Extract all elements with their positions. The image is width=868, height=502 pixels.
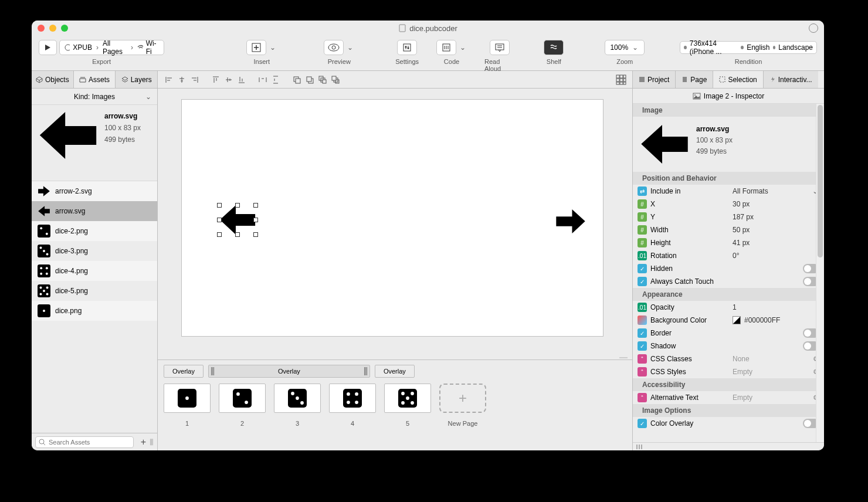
overlay-chip-3[interactable]: Overlay — [375, 365, 415, 378]
svg-point-62 — [347, 401, 350, 404]
resize-grip[interactable] — [619, 357, 628, 358]
prop-shadow[interactable]: ✓Shadow — [633, 340, 824, 352]
scrollbar[interactable] — [816, 104, 824, 442]
grid-toggle[interactable] — [616, 74, 626, 85]
asset-item[interactable]: arrow-2.svg — [32, 181, 157, 201]
read-aloud-button[interactable] — [490, 40, 510, 55]
insert-button[interactable] — [246, 40, 266, 55]
prop-y[interactable]: #Y187 px — [633, 211, 824, 223]
preview-dropdown[interactable]: ⌄ — [347, 43, 353, 52]
svg-rect-5 — [404, 44, 411, 51]
code-button[interactable] — [436, 40, 456, 55]
svg-point-66 — [411, 392, 414, 395]
insp-img-dims: 100 x 83 px — [696, 136, 733, 144]
svg-point-53 — [236, 392, 240, 396]
page-thumb[interactable] — [164, 384, 211, 413]
window-title: dice.pubcoder — [409, 24, 457, 33]
tab-layers[interactable]: Layers — [116, 71, 157, 88]
resize-handle-icon[interactable]: ⦀ — [150, 437, 154, 447]
tab-interactivity[interactable]: Interactiv... — [764, 71, 818, 88]
page-thumb[interactable] — [329, 384, 376, 413]
settings-button[interactable] — [397, 40, 417, 55]
svg-point-14 — [40, 247, 42, 249]
page-canvas[interactable] — [181, 99, 603, 337]
bolt-icon — [769, 76, 776, 83]
image-icon — [693, 93, 701, 100]
page-thumb[interactable] — [384, 384, 431, 413]
prop-include-in[interactable]: ⇄Include inAll Formats⌄ — [633, 185, 824, 198]
arrow-right-icon[interactable] — [556, 209, 585, 233]
svg-rect-45 — [620, 79, 623, 82]
send-back[interactable] — [330, 74, 341, 85]
svg-rect-32 — [296, 79, 300, 83]
export-pill[interactable]: XPUB › All Pages › Wi-Fi — [59, 40, 165, 55]
selected-object[interactable] — [219, 205, 256, 235]
rendition-pill[interactable]: 736x414 (iPhone ... English Landscape — [680, 41, 817, 54]
play-button[interactable] — [39, 40, 57, 55]
align-center-h[interactable] — [177, 74, 187, 85]
tab-project[interactable]: Project — [633, 71, 676, 88]
distribute-v[interactable] — [270, 74, 281, 85]
svg-point-20 — [40, 273, 42, 275]
prop-rotation[interactable]: .01Rotation0° — [633, 249, 824, 262]
prop-width[interactable]: #Width50 px — [633, 223, 824, 236]
shelf-button[interactable] — [544, 40, 564, 55]
asset-item[interactable]: arrow.svg — [32, 201, 157, 221]
prop-border[interactable]: ✓Border — [633, 327, 824, 340]
svg-point-29 — [43, 310, 45, 312]
asset-item[interactable]: dice-5.png — [32, 281, 157, 301]
svg-rect-44 — [616, 79, 619, 82]
prop-alt-text[interactable]: “Alternative TextEmpty⚙ — [633, 391, 824, 404]
asset-name: arrow.svg — [55, 207, 85, 215]
insert-dropdown[interactable]: ⌄ — [270, 43, 276, 52]
prop-css-styles[interactable]: “CSS StylesEmpty⚙ — [633, 365, 824, 378]
svg-rect-0 — [399, 25, 405, 32]
prop-height[interactable]: #Height41 px — [633, 236, 824, 249]
prop-hidden[interactable]: ✓Hidden — [633, 262, 824, 275]
asset-item[interactable]: dice-3.png — [32, 241, 157, 261]
kind-selector[interactable]: Kind: Images — [32, 89, 157, 105]
tab-assets[interactable]: Assets — [74, 71, 116, 88]
page-thumb[interactable] — [274, 384, 321, 413]
asset-name: dice-2.png — [55, 227, 88, 235]
asset-item[interactable]: dice.png — [32, 301, 157, 321]
feedback-icon[interactable] — [809, 23, 818, 33]
send-backward[interactable] — [304, 74, 315, 85]
tab-selection[interactable]: Selection — [713, 71, 763, 88]
svg-point-25 — [43, 290, 45, 292]
prop-bg-color[interactable]: Background Color#000000FF — [633, 314, 824, 327]
page-thumb[interactable] — [219, 384, 266, 413]
bring-forward[interactable] — [291, 74, 302, 85]
tab-objects[interactable]: Objects — [32, 71, 74, 88]
svg-point-51 — [185, 396, 189, 400]
prop-x[interactable]: #X30 px — [633, 198, 824, 211]
prop-css-classes[interactable]: “CSS ClassesNone⚙ — [633, 352, 824, 365]
panel-resize-handle[interactable] — [633, 442, 824, 450]
search-input[interactable] — [35, 436, 134, 448]
overlay-chip-2[interactable]: Overlay — [208, 365, 370, 378]
preview-button[interactable] — [324, 40, 344, 55]
prop-catch-touch[interactable]: ✓Always Catch Touch — [633, 275, 824, 288]
svg-point-4 — [332, 46, 335, 49]
canvas-area[interactable] — [158, 89, 632, 359]
align-bottom[interactable] — [236, 74, 247, 85]
overlay-chip-1[interactable]: Overlay — [164, 365, 204, 378]
asset-item[interactable]: dice-2.png — [32, 221, 157, 241]
distribute-h[interactable] — [257, 74, 268, 85]
svg-point-54 — [245, 401, 248, 404]
code-dropdown[interactable]: ⌄ — [460, 43, 466, 52]
svg-point-23 — [40, 287, 42, 289]
new-page-button[interactable]: + — [439, 384, 486, 413]
align-right[interactable] — [189, 74, 200, 85]
add-asset-button[interactable]: + — [141, 437, 146, 447]
prop-color-overlay[interactable]: ✓Color Overlay — [633, 417, 824, 430]
zoom-select[interactable]: 100%⌄ — [605, 40, 645, 55]
asset-item[interactable]: dice-4.png — [32, 261, 157, 281]
dice-icon — [38, 284, 50, 297]
bring-front[interactable] — [317, 74, 328, 85]
prop-opacity[interactable]: .01Opacity1 — [633, 301, 824, 314]
align-middle[interactable] — [223, 74, 234, 85]
tab-page[interactable]: Page — [676, 71, 713, 88]
align-top[interactable] — [211, 74, 221, 85]
align-left[interactable] — [164, 74, 174, 85]
